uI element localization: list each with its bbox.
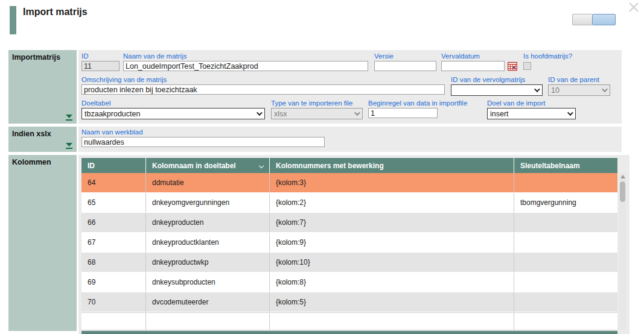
versie-label: Versie <box>374 52 436 60</box>
table-cell-kolomnummers[interactable]: {kolom:2} <box>270 193 514 212</box>
close-icon[interactable] <box>628 1 640 13</box>
collapse-section-icon[interactable] <box>65 114 73 121</box>
table-new-row[interactable] <box>81 312 617 330</box>
table-cell-kolomnaam[interactable]: dnkeyproducten <box>146 213 270 232</box>
section-body-indien-xslx: Naam van werkblad <box>78 127 622 152</box>
table-scrollbar[interactable] <box>619 173 626 330</box>
table-cell-kolomnummers[interactable]: {kolom:7} <box>270 213 514 232</box>
scrollbar-thumb[interactable] <box>620 181 625 202</box>
field-vervolgmatrijs: ID van de vervolgmatrijs <box>451 76 543 96</box>
table-cell-id[interactable]: 66 <box>81 213 146 232</box>
omschrijving-label: Omschrijving van de matrijs <box>81 76 445 83</box>
table-cell-kolomnaam[interactable]: dnkeyproductklanten <box>146 233 270 252</box>
new-row-cell-id[interactable] <box>81 313 146 330</box>
omschrijving-input[interactable] <box>81 84 445 95</box>
kolommen-table: ID Kolomnaam in doeltabel Kolomnummers m… <box>81 158 617 330</box>
is-hoofdmatrijs-checkbox[interactable] <box>523 62 531 70</box>
table-cell-sleuteltabelnaam[interactable] <box>514 253 617 272</box>
table-cell-id[interactable]: 70 <box>81 292 146 312</box>
toggle-off-segment[interactable] <box>572 14 592 25</box>
section-body-kolommen: ID Kolomnaam in doeltabel Kolomnummers m… <box>78 155 630 334</box>
parent-select: 10 <box>548 84 610 96</box>
naam-label: Naam van de matrijs <box>123 52 368 60</box>
field-filetype: Type van te importeren file xlsx <box>271 99 363 119</box>
toggle-on-segment[interactable] <box>592 14 616 25</box>
page-title: Import matrijs <box>23 7 88 17</box>
new-row-cell-kolomnummers[interactable] <box>270 313 514 330</box>
table-cell-kolomnaam[interactable]: dvcodemuteerder <box>146 292 270 312</box>
column-header-kolomnaam[interactable]: Kolomnaam in doeltabel <box>146 158 270 173</box>
sort-chevron-down-icon <box>259 163 264 168</box>
parent-label: ID van de parent <box>548 76 610 83</box>
beginregel-input[interactable] <box>368 108 438 118</box>
chevron-down-icon <box>567 110 573 116</box>
import-matrijs-window: Import matrijs Importmatrijs ID Naam van… <box>0 0 644 334</box>
doel-label: Doel van de import <box>487 99 576 107</box>
table-cell-kolomnaam[interactable]: dnkeysubproducten <box>146 273 270 292</box>
table-cell-kolomnummers[interactable]: {kolom:8} <box>270 273 514 292</box>
doeltabel-label: Doeltabel <box>81 99 265 107</box>
doel-select[interactable]: insert <box>487 108 576 119</box>
field-versie: Versie <box>374 52 436 71</box>
table-cell-sleuteltabelnaam[interactable] <box>514 292 617 312</box>
table-row[interactable]: 65dnkeyomgvergunningen{kolom:2}tbomgverg… <box>81 193 617 213</box>
doel-value: insert <box>490 110 509 118</box>
table-cell-kolomnummers[interactable]: {kolom:5} <box>270 292 514 312</box>
section-title: Kolommen <box>12 158 51 166</box>
table-cell-id[interactable]: 65 <box>81 193 146 212</box>
table-cell-sleuteltabelnaam[interactable] <box>514 233 617 252</box>
doeltabel-value: tbzaakproducten <box>84 110 140 118</box>
table-row[interactable]: 68dnkeyproductwkp{kolom:10} <box>81 253 617 273</box>
table-row[interactable]: 67dnkeyproductklanten{kolom:9} <box>81 233 617 253</box>
doeltabel-select[interactable]: tbzaakproducten <box>81 108 265 119</box>
table-cell-sleuteltabelnaam[interactable] <box>514 213 617 232</box>
vervaldatum-input[interactable] <box>441 61 505 71</box>
table-row[interactable]: 69dnkeysubproducten{kolom:8} <box>81 273 617 292</box>
table-cell-kolomnummers[interactable]: {kolom:9} <box>270 233 514 252</box>
versie-input[interactable] <box>374 61 436 71</box>
table-row[interactable]: 64ddmutatie{kolom:3} <box>81 173 617 193</box>
column-header-id[interactable]: ID <box>81 158 146 173</box>
table-cell-id[interactable]: 67 <box>81 233 146 252</box>
table-cell-kolomnaam[interactable]: dnkeyproductwkp <box>146 253 270 272</box>
table-cell-kolomnummers[interactable]: {kolom:3} <box>270 173 514 192</box>
section-label-indien-xslx: Indien xslx <box>8 127 77 152</box>
new-row-cell-kolomnaam[interactable] <box>146 313 270 330</box>
field-omschrijving: Omschrijving van de matrijs <box>81 76 445 95</box>
filetype-label: Type van te importeren file <box>271 99 363 107</box>
field-doeltabel: Doeltabel tbzaakproducten <box>81 99 265 119</box>
is-hoofdmatrijs-label: Is hoofdmatrijs? <box>523 52 602 60</box>
section-label-kolommen: Kolommen <box>8 155 77 331</box>
table-cell-sleuteltabelnaam[interactable] <box>514 173 617 192</box>
table-cell-kolomnaam[interactable]: dnkeyomgvergunningen <box>146 193 270 212</box>
new-row-cell-sleuteltabelnaam[interactable] <box>514 313 617 330</box>
field-id: ID <box>81 52 120 71</box>
table-cell-kolomnummers[interactable]: {kolom:10} <box>270 253 514 272</box>
table-cell-id[interactable]: 68 <box>81 253 146 272</box>
field-beginregel: Beginregel van data in importfile <box>368 99 438 118</box>
table-row[interactable]: 66dnkeyproducten{kolom:7} <box>81 213 617 233</box>
column-header-sleuteltabelnaam[interactable]: Sleuteltabelnaam <box>514 158 617 173</box>
table-cell-sleuteltabelnaam[interactable] <box>514 273 617 292</box>
column-header-kolomnummers[interactable]: Kolomnummers met bewerking <box>270 158 514 173</box>
view-toggle[interactable] <box>572 14 616 25</box>
vervolgmatrijs-select[interactable] <box>451 84 543 96</box>
table-cell-sleuteltabelnaam[interactable]: tbomgvergunning <box>514 193 617 212</box>
table-cell-id[interactable]: 69 <box>81 273 146 292</box>
vervolgmatrijs-label: ID van de vervolgmatrijs <box>451 76 543 83</box>
collapse-section-icon[interactable] <box>65 142 73 150</box>
field-doel: Doel van de import insert <box>487 99 576 119</box>
werkblad-input[interactable] <box>81 137 325 147</box>
filetype-value: xlsx <box>274 110 287 118</box>
naam-input[interactable] <box>123 61 368 71</box>
filetype-select: xlsx <box>271 108 363 119</box>
title-accent-bar <box>10 6 16 34</box>
scrollbar-up-arrow-icon[interactable] <box>620 175 625 178</box>
kolommen-table-header: ID Kolomnaam in doeltabel Kolomnummers m… <box>81 158 617 173</box>
table-cell-kolomnaam[interactable]: ddmutatie <box>146 173 270 192</box>
calendar-icon[interactable] <box>508 61 517 71</box>
field-werkblad: Naam van werkblad <box>81 128 325 147</box>
chevron-down-icon <box>354 110 360 116</box>
table-cell-id[interactable]: 64 <box>81 173 146 192</box>
table-row[interactable]: 70dvcodemuteerder{kolom:5} <box>81 292 617 312</box>
